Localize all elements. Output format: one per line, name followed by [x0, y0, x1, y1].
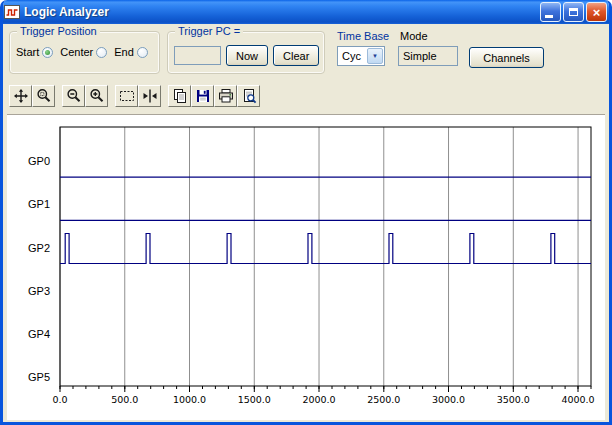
- print-icon: [218, 88, 234, 104]
- markers-button[interactable]: [138, 85, 161, 107]
- mode-value: Simple: [398, 46, 458, 66]
- close-button[interactable]: ×: [586, 2, 607, 22]
- copy-button[interactable]: [168, 85, 191, 107]
- radio-option-start[interactable]: Start: [16, 46, 53, 58]
- titlebar[interactable]: Logic Analyzer ×: [0, 0, 612, 24]
- time-base-label: Time Base: [337, 30, 389, 42]
- svg-text:GP3: GP3: [28, 285, 50, 297]
- print-button[interactable]: [214, 85, 237, 107]
- save-icon: [195, 88, 211, 104]
- time-base-dropdown-button[interactable]: ▼: [367, 48, 383, 64]
- trigger-pc-group: Trigger PC = Now Clear: [167, 31, 325, 74]
- maximize-icon: [569, 8, 578, 16]
- svg-text:GP1: GP1: [28, 198, 50, 210]
- waveform-plot[interactable]: GP0GP1GP2GP3GP4GP50.0500.01000.01500.020…: [7, 115, 605, 421]
- close-icon: ×: [593, 6, 601, 19]
- zoom-in-icon: [89, 88, 105, 104]
- radio-end-label: End: [114, 46, 134, 58]
- plot-panel: GP0GP1GP2GP3GP4GP50.0500.01000.01500.020…: [7, 114, 605, 420]
- copy-icon: [172, 88, 188, 104]
- svg-text:2500.0: 2500.0: [367, 394, 400, 405]
- zoom-out-icon: [66, 88, 82, 104]
- window-title: Logic Analyzer: [24, 5, 536, 19]
- radio-center-control[interactable]: [96, 47, 107, 58]
- svg-text:0.0: 0.0: [52, 394, 67, 405]
- radio-center-label: Center: [60, 46, 93, 58]
- trigger-pc-label: Trigger PC =: [175, 25, 243, 37]
- mode-label: Mode: [400, 30, 428, 42]
- logic-analyzer-window: Logic Analyzer × Trigger Position Start …: [0, 0, 612, 425]
- window-body: Trigger Position Start Center End Trigge…: [3, 24, 609, 422]
- select-region-icon: [119, 88, 135, 104]
- svg-text:GP2: GP2: [28, 242, 50, 254]
- graph-toolbar: [9, 84, 267, 108]
- print-preview-icon: [241, 88, 257, 104]
- zoom-window-button[interactable]: [32, 85, 55, 107]
- chevron-down-icon: ▼: [372, 53, 378, 59]
- pan-button[interactable]: [9, 85, 32, 107]
- svg-text:GP4: GP4: [28, 328, 50, 340]
- time-base-combo[interactable]: Cyc ▼: [337, 46, 385, 66]
- svg-text:500.0: 500.0: [111, 394, 138, 405]
- radio-start-control[interactable]: [42, 47, 53, 58]
- maximize-button[interactable]: [563, 2, 584, 22]
- zoom-window-icon: [36, 88, 52, 104]
- radio-option-end[interactable]: End: [114, 46, 148, 58]
- pan-icon: [13, 88, 29, 104]
- zoom-in-button[interactable]: [85, 85, 108, 107]
- zoom-out-button[interactable]: [62, 85, 85, 107]
- trigger-position-group: Trigger Position Start Center End: [9, 31, 160, 74]
- svg-text:4000.0: 4000.0: [561, 394, 594, 405]
- svg-text:2000.0: 2000.0: [302, 394, 335, 405]
- markers-icon: [142, 88, 158, 104]
- radio-end-control[interactable]: [137, 47, 148, 58]
- now-button[interactable]: Now: [226, 45, 268, 66]
- app-icon: [4, 4, 20, 20]
- svg-text:GP0: GP0: [28, 155, 50, 167]
- svg-text:GP5: GP5: [28, 371, 50, 383]
- svg-text:3500.0: 3500.0: [497, 394, 530, 405]
- time-base-value: Cyc: [338, 50, 367, 62]
- clear-button[interactable]: Clear: [273, 45, 319, 66]
- save-button[interactable]: [191, 85, 214, 107]
- minimize-button[interactable]: [540, 2, 561, 22]
- radio-option-center[interactable]: Center: [60, 46, 107, 58]
- print-preview-button[interactable]: [237, 85, 260, 107]
- channels-button[interactable]: Channels: [469, 47, 544, 68]
- minimize-icon: [545, 15, 553, 18]
- select-region-button[interactable]: [115, 85, 138, 107]
- svg-text:1500.0: 1500.0: [238, 394, 271, 405]
- trigger-pc-input[interactable]: [174, 46, 221, 65]
- svg-text:1000.0: 1000.0: [173, 394, 206, 405]
- svg-text:3000.0: 3000.0: [432, 394, 465, 405]
- trigger-position-label: Trigger Position: [17, 25, 100, 37]
- radio-start-label: Start: [16, 46, 39, 58]
